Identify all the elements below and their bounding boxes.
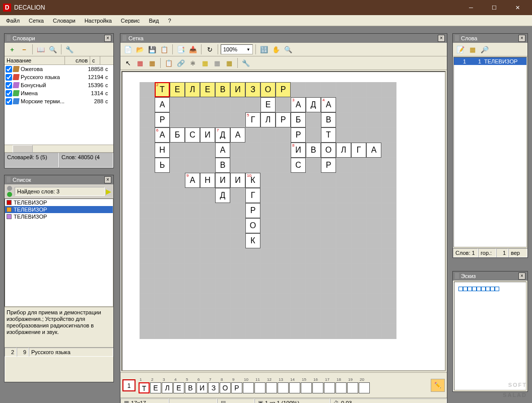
paste-button[interactable]: 📥 <box>187 44 198 55</box>
crossword-cell[interactable]: Д <box>215 188 230 203</box>
crossword-cell[interactable]: З <box>245 82 260 97</box>
dict-settings-button[interactable]: 🔧 <box>64 44 75 55</box>
entry-cell[interactable]: 13 <box>278 377 289 393</box>
entry-cell[interactable]: 8О <box>220 377 231 393</box>
entry-cell[interactable]: 15 <box>301 377 312 393</box>
crossword-cell[interactable]: О <box>321 143 336 158</box>
dict-add-button[interactable]: + <box>7 44 18 55</box>
entry-cell[interactable]: 5В <box>185 377 196 393</box>
crossword-cell[interactable]: Ь <box>155 158 170 173</box>
dict-refresh-button[interactable]: 🔍 <box>47 44 58 55</box>
crossword-cell[interactable]: Е <box>260 97 276 112</box>
crossword-cell[interactable]: К <box>245 233 260 248</box>
menu-Файл[interactable]: Файл <box>2 17 24 25</box>
entry-cell[interactable]: 1Т <box>139 377 150 393</box>
entry-cell[interactable]: 18 <box>336 377 347 393</box>
crossword-cell[interactable]: И <box>230 173 245 188</box>
minimize-button[interactable]: ─ <box>459 0 483 15</box>
crossword-cell[interactable]: Н <box>155 143 170 158</box>
crossword-cell[interactable]: Б <box>291 112 306 127</box>
menu-Вид[interactable]: Вид <box>145 17 163 25</box>
crossword-cell[interactable]: 8И <box>291 143 306 158</box>
crossword-cell[interactable]: Л <box>260 112 276 127</box>
dictionary-row[interactable]: Имена1314с <box>5 89 113 97</box>
crossword-cell[interactable]: Р <box>291 127 306 143</box>
crossword-cell[interactable]: 9А <box>185 173 200 188</box>
crossword-cell[interactable]: Б <box>170 127 185 143</box>
word-item[interactable]: ТЕЛЕВИЗОР <box>5 213 113 220</box>
words-row[interactable]: 11ТЕЛЕВИЗОР <box>454 57 526 65</box>
word-item[interactable]: ТЕЛЕВИЗОР <box>5 206 113 213</box>
copy-button[interactable]: 📑 <box>175 44 186 55</box>
edit-tool-button[interactable]: 📋 <box>163 57 174 69</box>
crossword-cell[interactable]: Р <box>155 112 170 127</box>
dict-checkbox[interactable] <box>6 90 12 97</box>
entry-cell[interactable]: 6И <box>196 377 208 393</box>
dictionary-row[interactable]: Бонусный15396с <box>5 81 113 89</box>
crossword-cell[interactable]: Д <box>306 97 321 112</box>
crossword-cell[interactable]: А <box>230 127 245 143</box>
menu-Сетка[interactable]: Сетка <box>25 17 48 25</box>
crossword-cell[interactable]: 3А <box>291 97 306 112</box>
crossword-cell[interactable]: В <box>215 82 230 97</box>
dictionary-row[interactable]: Русского языка12194с <box>5 73 113 81</box>
dictionaries-close-button[interactable]: × <box>104 35 111 42</box>
entry-cell[interactable]: 10 <box>243 377 254 393</box>
crossword-cell[interactable]: Л <box>336 143 351 158</box>
entry-cell[interactable]: 2Е <box>150 377 162 393</box>
grid-pattern-1-button[interactable]: ▦ <box>200 57 211 69</box>
grid-tool-1-button[interactable]: ▦ <box>135 57 146 69</box>
dict-col-words[interactable]: слов <box>65 56 90 64</box>
crossword-cell[interactable]: Р <box>321 158 336 173</box>
word-list[interactable]: ТЕЛЕВИЗОРТЕЛЕВИЗОРТЕЛЕВИЗОР <box>5 198 113 307</box>
entry-cell[interactable]: 14 <box>289 377 301 393</box>
crossword-cell[interactable]: И <box>230 82 245 97</box>
words-edit-button[interactable]: 📝 <box>455 44 466 55</box>
atoms-tool-button[interactable]: ⚛ <box>187 57 198 69</box>
new-file-button[interactable]: 📄 <box>122 44 134 55</box>
grid-close-button[interactable]: × <box>438 35 445 42</box>
words-find-button[interactable]: 🔎 <box>479 44 490 55</box>
play-icon[interactable]: ▶ <box>106 187 111 195</box>
crossword-cell[interactable]: Е <box>170 82 185 97</box>
crossword-cell[interactable]: И <box>215 173 230 188</box>
crossword-cell[interactable]: А <box>215 143 230 158</box>
entry-cells[interactable]: 1Т2Е3Л4Е5В6И7З8О9Р1011121314151617181920 <box>139 377 370 393</box>
dict-checkbox[interactable] <box>6 82 12 89</box>
grid-tool-2-button[interactable]: ▦ <box>147 57 158 69</box>
wrench-button[interactable]: 🔧 <box>240 57 251 69</box>
dictionary-row[interactable]: Морские терми...288с <box>5 97 113 105</box>
entry-cell[interactable]: 20 <box>359 377 370 393</box>
maximize-button[interactable]: ☐ <box>483 0 506 15</box>
entry-cell[interactable]: 16 <box>312 377 324 393</box>
crossword-canvas[interactable]: 2ТЕЛЕВИЗОРАЕ3АД4АР5ГЛРБВ6АБСИ7ДАРТНА8ИВО… <box>121 71 446 371</box>
export-button[interactable]: 📋 <box>159 44 170 55</box>
grid-pattern-3-button[interactable]: ▦ <box>224 57 235 69</box>
open-file-button[interactable]: 📂 <box>135 44 146 55</box>
save-file-button[interactable]: 💾 <box>147 44 158 55</box>
entry-apply-button[interactable]: ✏️ <box>431 379 445 392</box>
refresh-button[interactable]: ↻ <box>204 44 215 55</box>
structure-tool-button[interactable]: 🔗 <box>175 57 186 69</box>
pan-button[interactable]: ✋ <box>271 44 282 55</box>
crossword-cell[interactable]: Т <box>321 127 336 143</box>
crossword-cell[interactable]: С <box>291 158 306 173</box>
dict-open-button[interactable]: 📖 <box>35 44 46 55</box>
dict-col-name[interactable]: Название <box>5 56 65 64</box>
numbers-toggle-button[interactable]: 🔢 <box>258 44 270 55</box>
crossword-cell[interactable]: В <box>321 112 336 127</box>
dictionary-list[interactable]: Ожегова18858сРусского языка12194сБонусны… <box>5 65 113 145</box>
words-list[interactable]: 11ТЕЛЕВИЗОР <box>453 57 527 247</box>
pointer-tool-button[interactable]: ↖ <box>122 57 134 69</box>
words-close-button[interactable]: × <box>518 35 525 42</box>
crossword-cell[interactable]: Р <box>245 203 260 218</box>
crossword-cell[interactable]: Г <box>245 188 260 203</box>
entry-cell[interactable]: 12 <box>266 377 278 393</box>
crossword-cell[interactable]: 7Д <box>215 127 230 143</box>
crossword-cell[interactable]: А <box>366 143 381 158</box>
crossword-cell[interactable]: Л <box>185 82 200 97</box>
entry-cell[interactable]: 17 <box>324 377 336 393</box>
dict-checkbox[interactable] <box>6 66 12 73</box>
sketch-close-button[interactable]: × <box>518 273 525 280</box>
zoom-combo[interactable]: 100%▼ <box>221 44 253 54</box>
